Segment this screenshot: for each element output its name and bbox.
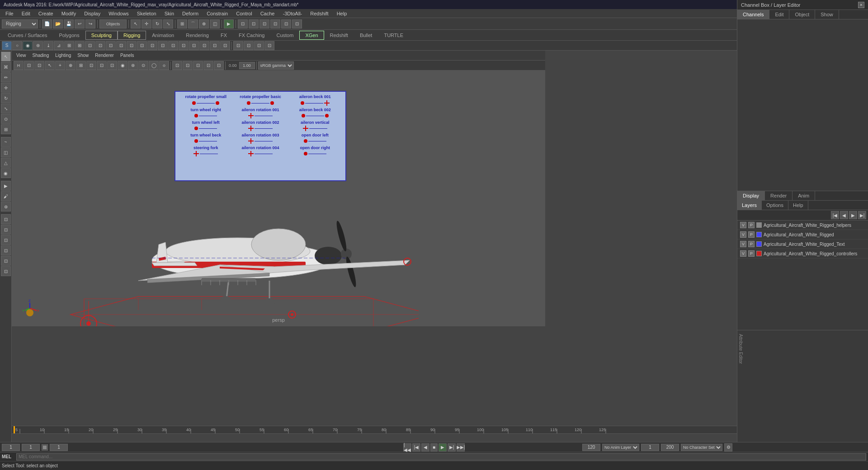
ico-18[interactable]: ⊡ — [179, 41, 189, 50]
ctrl-11[interactable] — [234, 138, 288, 144]
menu-windows[interactable]: Windows — [105, 10, 132, 17]
ico-2[interactable]: ○ — [12, 41, 22, 50]
tb-r2[interactable]: ⊡ — [249, 19, 259, 28]
current-frame-input[interactable] — [2, 444, 20, 451]
rotate-tool-btn[interactable]: ↻ — [152, 19, 162, 28]
ico-24[interactable]: ⊡ — [244, 41, 254, 50]
tab-channels[interactable]: Channels — [737, 10, 769, 19]
vp-tb-18[interactable]: ⊡ — [193, 61, 203, 70]
ico-3[interactable]: ◉ — [23, 41, 33, 50]
ctrl-7[interactable] — [179, 126, 233, 131]
snap-point-btn[interactable]: ⊕ — [199, 19, 209, 28]
tb-r5[interactable]: ⊡ — [281, 19, 291, 28]
ico-25[interactable]: ⊡ — [254, 41, 264, 50]
ico-4[interactable]: ⊛ — [33, 41, 43, 50]
paint-select-icon[interactable]: ✏ — [1, 72, 11, 82]
tab-rendering[interactable]: Rendering — [180, 31, 215, 40]
layer-controllers[interactable]: V P Agricultural_Aircraft_White_Rigged_c… — [737, 249, 868, 258]
vp-tb-15[interactable]: ⌾ — [159, 61, 169, 70]
tab-options[interactable]: Options — [762, 201, 788, 210]
tab-rigging[interactable]: Rigging — [118, 31, 146, 40]
layer-vis-controllers[interactable]: V — [740, 250, 746, 257]
vp-tb-14[interactable]: ◯ — [149, 61, 159, 70]
tab-show[interactable]: Show — [815, 10, 839, 19]
ico-16[interactable]: ⊡ — [158, 41, 168, 50]
layer-nav-3[interactable]: ▶ — [849, 211, 857, 219]
prefs-btn[interactable]: ⚙ — [724, 443, 732, 451]
vp-tb-6[interactable]: ⊕ — [66, 61, 75, 70]
move-tool-btn[interactable]: ✛ — [142, 19, 151, 28]
step-back-btn[interactable]: |◀ — [412, 443, 420, 451]
frame-input-3[interactable] — [50, 444, 68, 451]
ctrl-13[interactable] — [179, 151, 233, 156]
layer-text[interactable]: V P Agricultural_Aircraft_White_Rigged_T… — [737, 240, 868, 249]
tab-render[interactable]: Render — [765, 191, 793, 200]
viewport-canvas[interactable]: rotate propeller small rotate propeller … — [12, 70, 545, 326]
menu-skin[interactable]: Skin — [161, 10, 178, 17]
ctrl-8[interactable] — [234, 126, 288, 131]
soft-mod-icon[interactable]: ⊙ — [1, 114, 11, 124]
ctrl-12[interactable] — [288, 138, 342, 144]
ico-19[interactable]: ⊡ — [189, 41, 199, 50]
ctrl-9[interactable] — [288, 126, 342, 131]
tab-polygons[interactable]: Polygons — [53, 31, 85, 40]
ctrl-3[interactable] — [288, 100, 342, 106]
ctrl-14[interactable] — [234, 151, 288, 156]
layer-main[interactable]: V P Agricultural_Aircraft_White_Rigged — [737, 230, 868, 240]
ico-13[interactable]: ⊡ — [127, 41, 137, 50]
exposure-input[interactable] — [239, 62, 255, 69]
scale-tool-btn[interactable]: ⤡ — [163, 19, 173, 28]
tab-object[interactable]: Object — [789, 10, 815, 19]
tab-fx[interactable]: FX — [215, 31, 233, 40]
ico-23[interactable]: ⊡ — [233, 41, 243, 50]
viewport[interactable]: View Shading Lighting Show Renderer Pane… — [12, 51, 545, 326]
tb-r3[interactable]: ⊡ — [259, 19, 269, 28]
ico-15[interactable]: ⊡ — [147, 41, 157, 50]
ctrl-4[interactable] — [179, 113, 233, 118]
menu-3dtoall[interactable]: -3DtoAll- — [279, 10, 306, 17]
vp-menu-renderer[interactable]: Renderer — [92, 52, 117, 59]
vp-tb-5[interactable]: + — [55, 61, 65, 70]
menu-control[interactable]: Control — [232, 10, 255, 17]
vp-tb-3[interactable]: ⊡ — [34, 61, 44, 70]
vp-tb-17[interactable]: ⊡ — [183, 61, 193, 70]
ctrl-10[interactable] — [179, 138, 233, 144]
menu-display[interactable]: Display — [80, 10, 104, 17]
show-manip-icon[interactable]: ⊞ — [1, 124, 11, 134]
range-end-input[interactable] — [661, 444, 679, 451]
ico-14[interactable]: ⊡ — [137, 41, 147, 50]
vp-tb-4[interactable]: ↖ — [45, 61, 55, 70]
ico-17[interactable]: ⊡ — [168, 41, 178, 50]
snap-grid-btn[interactable]: ⊞ — [177, 19, 187, 28]
vp-tb-2[interactable]: ⊡ — [24, 61, 34, 70]
layer-render-controllers[interactable]: P — [748, 250, 755, 257]
layer-vis-text[interactable]: V — [740, 241, 746, 247]
vp-tb-19[interactable]: ⊡ — [203, 61, 213, 70]
left-ico-6[interactable]: ⊡ — [1, 266, 11, 276]
tb-r6[interactable]: ⊡ — [292, 19, 302, 28]
mel-input[interactable] — [16, 453, 866, 461]
skip-start-btn[interactable]: |◀◀ — [403, 443, 411, 451]
vp-tb-11[interactable]: ◉ — [118, 61, 127, 70]
ctrl-5[interactable] — [234, 113, 288, 118]
vp-tb-13[interactable]: ⊙ — [138, 61, 148, 70]
layer-render-text[interactable]: P — [748, 241, 755, 247]
left-ico-1[interactable]: ⊡ — [1, 214, 11, 224]
menu-file[interactable]: File — [2, 10, 17, 17]
surface-tool-icon[interactable]: ◫ — [1, 147, 11, 157]
tb-r1[interactable]: ⊡ — [238, 19, 248, 28]
ico-6[interactable]: ⊿ — [54, 41, 64, 50]
left-ico-4[interactable]: ⊡ — [1, 245, 11, 255]
select-tool-btn[interactable]: ↖ — [131, 19, 141, 28]
skip-end-btn[interactable]: ▶▶| — [457, 443, 465, 451]
tab-display[interactable]: Display — [737, 191, 765, 200]
ctrl-6[interactable] — [288, 113, 342, 118]
vp-tb-16[interactable]: ⊡ — [172, 61, 182, 70]
ico-12[interactable]: ⊡ — [116, 41, 126, 50]
vp-tb-8[interactable]: ⊡ — [86, 61, 96, 70]
new-file-btn[interactable]: 📄 — [42, 19, 52, 28]
step-forward-btn[interactable]: ▶| — [448, 443, 456, 451]
menu-help[interactable]: Help — [333, 10, 351, 17]
ico-7[interactable]: ⊞ — [64, 41, 74, 50]
vp-tb-10[interactable]: ⊡ — [107, 61, 117, 70]
